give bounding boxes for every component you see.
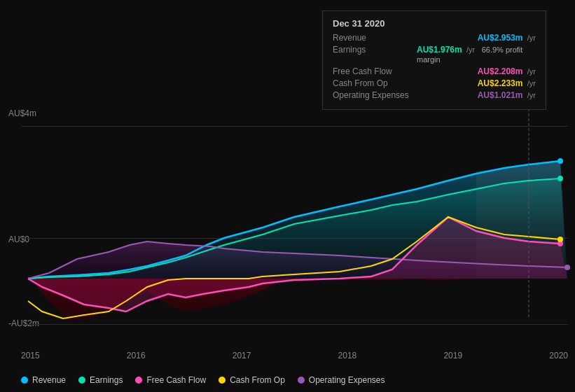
tooltip-unit-revenue: /yr <box>527 34 536 42</box>
tooltip-value-revenue: AU$2.953m <box>478 33 523 43</box>
legend-item-cfo[interactable]: Cash From Op <box>219 375 285 385</box>
tooltip-label-fcf: Free Cash Flow <box>333 66 417 76</box>
tooltip-value-earnings: AU$1.976m <box>417 45 462 55</box>
tooltip-date: Dec 31 2020 <box>333 18 536 29</box>
legend-item-earnings[interactable]: Earnings <box>78 375 123 385</box>
tooltip-row-fcf: Free Cash Flow AU$2.208m /yr <box>333 66 536 76</box>
x-label-2015: 2015 <box>21 351 40 360</box>
legend-item-revenue[interactable]: Revenue <box>21 375 66 385</box>
chart-container: Dec 31 2020 Revenue AU$2.953m /yr Earnin… <box>0 0 575 392</box>
tooltip-value-opex: AU$1.021m <box>478 90 523 100</box>
tooltip-label-cfo: Cash From Op <box>333 78 417 88</box>
tooltip-row-earnings: Earnings AU$1.976m /yr 66.9% profit marg… <box>333 45 536 64</box>
tooltip-label-earnings: Earnings <box>333 45 417 55</box>
legend-label-revenue: Revenue <box>32 375 66 385</box>
x-label-2017: 2017 <box>233 351 251 360</box>
tooltip-row-cfo: Cash From Op AU$2.233m /yr <box>333 78 536 88</box>
x-label-2019: 2019 <box>443 351 462 360</box>
tooltip-value-fcf: AU$2.208m <box>478 66 523 76</box>
tooltip-unit-cfo: /yr <box>527 79 536 88</box>
legend-label-opex: Operating Expenses <box>309 375 385 385</box>
svg-point-2 <box>557 176 563 181</box>
legend-item-opex[interactable]: Operating Expenses <box>298 375 385 385</box>
svg-point-5 <box>564 265 570 270</box>
x-label-2016: 2016 <box>127 351 146 360</box>
x-label-2018: 2018 <box>338 351 357 360</box>
svg-point-1 <box>557 158 563 164</box>
chart-svg <box>0 105 575 329</box>
tooltip-row-revenue: Revenue AU$2.953m /yr <box>333 33 536 43</box>
legend-label-fcf: Free Cash Flow <box>146 375 206 385</box>
legend-dot-revenue <box>21 377 28 384</box>
tooltip-value-cfo: AU$2.233m <box>478 78 523 88</box>
x-axis-labels: 2015 2016 2017 2018 2019 2020 <box>21 351 568 360</box>
legend-label-earnings: Earnings <box>90 375 123 385</box>
legend-label-cfo: Cash From Op <box>230 375 285 385</box>
legend-dot-fcf <box>135 377 142 384</box>
legend-dot-opex <box>298 377 305 384</box>
tooltip-label-revenue: Revenue <box>333 33 417 43</box>
tooltip-unit-earnings: /yr <box>466 46 475 54</box>
tooltip-box: Dec 31 2020 Revenue AU$2.953m /yr Earnin… <box>322 10 546 110</box>
svg-point-4 <box>557 237 563 242</box>
legend-dot-earnings <box>78 377 85 384</box>
legend: Revenue Earnings Free Cash Flow Cash Fro… <box>21 375 385 385</box>
legend-dot-cfo <box>219 377 226 384</box>
tooltip-label-opex: Operating Expenses <box>333 90 417 100</box>
legend-item-fcf[interactable]: Free Cash Flow <box>135 375 206 385</box>
tooltip-unit-opex: /yr <box>527 91 536 99</box>
tooltip-unit-fcf: /yr <box>527 67 536 76</box>
tooltip-row-opex: Operating Expenses AU$1.021m /yr <box>333 90 536 100</box>
x-label-2020: 2020 <box>549 351 568 360</box>
